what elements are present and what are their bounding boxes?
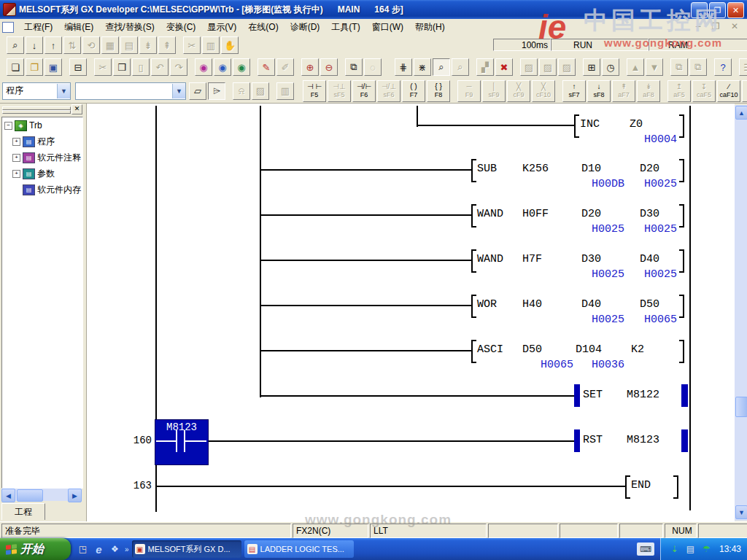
- coil-f7[interactable]: ( )F7: [402, 80, 425, 102]
- close-button[interactable]: ✕: [727, 2, 744, 18]
- instruction-mnemonic[interactable]: ASCI: [477, 343, 503, 356]
- ladder-vscrollbar[interactable]: ▲ ▼: [735, 105, 747, 521]
- tree-hscrollbar[interactable]: ◀ ▶: [1, 489, 82, 501]
- expand-icon[interactable]: +: [12, 170, 20, 178]
- instruction-operand[interactable]: H7F: [522, 253, 542, 265]
- project-tree-toggle-icon[interactable]: ⌲: [208, 82, 225, 100]
- taskbar-task[interactable]: ▣MELSOFT系列 GX D...: [132, 540, 241, 558]
- closed-contact-f6[interactable]: ⊣/⊢F6: [352, 80, 376, 102]
- open-contact-f5[interactable]: ⊣ ⊢F5: [303, 80, 326, 102]
- collapse-icon[interactable]: −: [4, 122, 12, 130]
- zoom-out-icon[interactable]: ⊖: [320, 58, 338, 76]
- menu-工程(F)[interactable]: 工程(F): [18, 19, 58, 36]
- instruction-operand[interactable]: D20: [581, 208, 601, 220]
- selected-contact-cell[interactable]: M8123: [155, 419, 209, 465]
- print-icon[interactable]: ⊟: [69, 58, 87, 76]
- keyboard-icon[interactable]: ⌨: [637, 542, 654, 556]
- instruction-operand[interactable]: D50: [640, 298, 659, 311]
- write-mode-icon[interactable]: ✎: [258, 58, 275, 76]
- menu-编辑(E)[interactable]: 编辑(E): [58, 19, 99, 36]
- find-device-up-icon[interactable]: ↑: [44, 36, 62, 54]
- scroll-left-icon[interactable]: ◀: [1, 489, 15, 502]
- find-device-down-icon[interactable]: ↓: [26, 36, 43, 54]
- scroll-down-icon[interactable]: ▼: [735, 505, 747, 519]
- device-combo[interactable]: ▼: [75, 82, 186, 100]
- instruction-operand[interactable]: M8122: [627, 389, 659, 401]
- instruction-operand[interactable]: K2: [631, 343, 644, 356]
- scroll-thumb[interactable]: [735, 397, 747, 417]
- instruction-operand[interactable]: D30: [640, 208, 659, 220]
- mdi-window-controls[interactable]: – ❐ ✕: [696, 21, 743, 31]
- ladder-canvas[interactable]: INCZ0H0004SUBK256D10D20H00DBH0025WANDH0F…: [86, 104, 735, 521]
- program-combo[interactable]: 程序 ▼: [2, 82, 71, 100]
- menu-工具(T)[interactable]: 工具(T): [325, 19, 365, 36]
- close-icon[interactable]: ✕: [71, 104, 82, 114]
- instruction-list-icon[interactable]: ⋇: [414, 58, 431, 76]
- menu-窗口(W)[interactable]: 窗口(W): [366, 19, 409, 36]
- instruction-mnemonic[interactable]: INC: [580, 118, 600, 131]
- instruction-operand[interactable]: H0FF: [522, 208, 549, 220]
- invert-caf10[interactable]: ∕caF10: [717, 80, 740, 102]
- menu-诊断(D)[interactable]: 诊断(D): [285, 19, 326, 36]
- menu-查找/替换(S)[interactable]: 查找/替换(S): [99, 19, 160, 36]
- instruction-operand[interactable]: D40: [640, 253, 659, 265]
- instruction-operand[interactable]: D50: [522, 343, 542, 356]
- instruction-operand[interactable]: H40: [522, 298, 542, 311]
- scroll-right-icon[interactable]: ▶: [68, 489, 82, 502]
- instruction-mnemonic[interactable]: END: [631, 479, 651, 491]
- ladder-view-icon[interactable]: ⋕: [395, 58, 412, 76]
- instruction-mnemonic[interactable]: SUB: [477, 163, 497, 175]
- dock-grip[interactable]: [2, 110, 71, 114]
- sampling-trace-icon[interactable]: ◷: [602, 58, 619, 76]
- instruction-mnemonic[interactable]: SET: [583, 389, 603, 401]
- instruction-operand[interactable]: D30: [581, 253, 601, 265]
- menu-在线(O)[interactable]: 在线(O): [242, 19, 284, 36]
- menu-显示(V)[interactable]: 显示(V): [201, 19, 242, 36]
- zoom-in-icon[interactable]: ⊕: [301, 58, 319, 76]
- rising-pulse-sf7[interactable]: ↑sF7: [562, 80, 586, 102]
- instruction-mnemonic[interactable]: WOR: [477, 298, 497, 311]
- instruction-operand[interactable]: K256: [522, 163, 549, 175]
- instruction-operand[interactable]: D20: [640, 163, 659, 175]
- restore-button[interactable]: ❐: [709, 2, 726, 18]
- network-status-icon[interactable]: ⇣: [668, 543, 681, 556]
- tree-item-软元件内存[interactable]: ▤软元件内存: [2, 182, 82, 198]
- instruction-mnemonic[interactable]: RST: [583, 434, 603, 446]
- start-button[interactable]: 开始: [0, 538, 71, 560]
- menu-帮助(H)[interactable]: 帮助(H): [409, 19, 451, 36]
- monitor-mode-icon[interactable]: ⌕: [433, 58, 450, 76]
- help-find-icon[interactable]: ?: [714, 58, 732, 76]
- show-desktop-icon[interactable]: ❖: [109, 543, 121, 556]
- tree-item-软元件注释[interactable]: +▤软元件注释: [2, 149, 82, 166]
- falling-pulse-sf8[interactable]: ↓sF8: [587, 80, 611, 102]
- instruction-operand[interactable]: Z0: [630, 118, 643, 131]
- new-project-icon[interactable]: ❏: [7, 58, 24, 76]
- memory-card-icon[interactable]: ▤: [684, 543, 697, 556]
- taskbar-task[interactable]: ▤LADDER LOGIC TES...: [244, 540, 354, 558]
- comment-display-icon[interactable]: ▱: [189, 82, 206, 100]
- program-check-icon[interactable]: ⊞: [583, 58, 600, 76]
- scroll-thumb[interactable]: [17, 489, 43, 502]
- instruction-mnemonic[interactable]: WAND: [477, 253, 503, 265]
- expand-icon[interactable]: +: [12, 138, 20, 146]
- internet-explorer-icon[interactable]: e: [93, 543, 105, 556]
- tree-item-参数[interactable]: +▤参数: [2, 166, 82, 182]
- monitor-stop-icon[interactable]: ✖: [495, 58, 513, 76]
- instruction-operand[interactable]: M8123: [627, 434, 659, 446]
- menu-变换(C)[interactable]: 变换(C): [160, 19, 202, 36]
- application-instruction-f8[interactable]: { }F8: [427, 80, 450, 102]
- zoom-entry-icon[interactable]: ◉: [233, 58, 250, 76]
- tree-item-程序[interactable]: +▤程序: [2, 133, 82, 149]
- project-tab[interactable]: 工程: [1, 503, 45, 520]
- mdi-child-icon[interactable]: [2, 22, 14, 33]
- launch-app-icon[interactable]: ◳: [77, 543, 89, 556]
- instruction-operand[interactable]: D40: [581, 298, 601, 311]
- copy-icon[interactable]: ❒: [113, 58, 131, 76]
- tree-root[interactable]: − ◈ Trb: [2, 117, 82, 133]
- minimize-button[interactable]: –: [691, 2, 708, 18]
- scroll-up-icon[interactable]: ▲: [735, 106, 747, 120]
- zoom-monitor-icon[interactable]: ◉: [214, 58, 231, 76]
- zoom-program-icon[interactable]: ◉: [195, 58, 212, 76]
- instruction-operand[interactable]: D104: [576, 343, 602, 356]
- antivirus-umbrella-icon[interactable]: ☂: [700, 543, 713, 556]
